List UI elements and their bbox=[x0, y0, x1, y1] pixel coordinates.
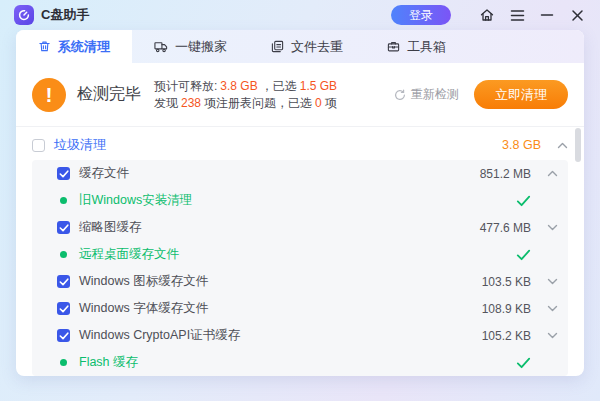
tab-label: 工具箱 bbox=[407, 38, 446, 56]
list-item[interactable]: 旧Windows安装清理 bbox=[32, 187, 568, 214]
tab-label: 文件去重 bbox=[291, 38, 343, 56]
tab-label: 系统清理 bbox=[58, 38, 110, 56]
item-size: 103.5 KB bbox=[482, 275, 531, 289]
group-row-junk-clean[interactable]: 垃圾清理 3.8 GB bbox=[32, 132, 568, 158]
clean-now-button[interactable]: 立即清理 bbox=[474, 80, 568, 109]
item-label: 缩略图缓存 bbox=[79, 219, 142, 236]
cleaned-dot-icon bbox=[57, 194, 70, 207]
tab-label: 一键搬家 bbox=[175, 38, 227, 56]
item-label: Flash 缓存 bbox=[79, 354, 138, 371]
item-label: Windows 图标缓存文件 bbox=[79, 273, 208, 290]
summary-actions: 重新检测 立即清理 bbox=[394, 80, 568, 109]
list-item[interactable]: Windows 图标缓存文件103.5 KB bbox=[32, 268, 568, 295]
item-size: 105.2 KB bbox=[482, 329, 531, 343]
releasable-size: 3.8 GB bbox=[220, 79, 257, 93]
duplicate-file-icon bbox=[271, 40, 284, 53]
item-checkbox[interactable] bbox=[57, 302, 70, 315]
item-checkbox[interactable] bbox=[57, 329, 70, 342]
item-checkbox[interactable] bbox=[57, 275, 70, 288]
done-check-icon bbox=[516, 195, 531, 207]
tab-file-dedupe[interactable]: 文件去重 bbox=[249, 30, 365, 63]
registry-selected: 0 bbox=[315, 96, 322, 110]
broom-clean-icon bbox=[38, 40, 51, 53]
app-window: C盘助手 登录 bbox=[0, 0, 600, 401]
tab-toolbox[interactable]: 工具箱 bbox=[365, 30, 468, 63]
selected-size: 1.5 GB bbox=[300, 79, 337, 93]
item-label: 远程桌面缓存文件 bbox=[79, 246, 179, 263]
releasable-line: 预计可释放:3.8 GB，已选1.5 GB bbox=[154, 78, 340, 95]
group-size: 3.8 GB bbox=[502, 138, 541, 152]
tab-one-click-move[interactable]: 一键搬家 bbox=[132, 30, 249, 63]
menu-icon[interactable] bbox=[508, 6, 526, 24]
cleanup-list: 垃圾清理 3.8 GB 缓存文件851.2 MB旧Windows安装清理缩略图缓… bbox=[16, 127, 584, 376]
chevron-down-icon[interactable] bbox=[546, 278, 558, 285]
app-logo-icon bbox=[14, 5, 34, 25]
list-item[interactable]: 缓存文件851.2 MB bbox=[32, 160, 568, 187]
list-item[interactable]: 远程桌面缓存文件 bbox=[32, 241, 568, 268]
toolbox-icon bbox=[387, 40, 400, 53]
group-checkbox[interactable] bbox=[32, 139, 45, 152]
truck-icon bbox=[154, 40, 168, 53]
list-item[interactable]: 缩略图缓存477.6 MB bbox=[32, 214, 568, 241]
registry-count: 238 bbox=[181, 96, 201, 110]
tab-system-clean[interactable]: 系统清理 bbox=[16, 30, 132, 63]
warning-icon: ! bbox=[32, 78, 66, 112]
item-label: 旧Windows安装清理 bbox=[79, 192, 192, 209]
done-check-icon bbox=[516, 357, 531, 369]
chevron-up-icon[interactable] bbox=[556, 142, 568, 149]
cleaned-dot-icon bbox=[57, 356, 70, 369]
group-label: 垃圾清理 bbox=[54, 136, 106, 154]
scan-status: 检测完毕 bbox=[77, 84, 141, 105]
done-check-icon bbox=[516, 249, 531, 261]
close-icon[interactable] bbox=[568, 6, 586, 24]
item-size: 851.2 MB bbox=[480, 167, 531, 181]
chevron-down-icon[interactable] bbox=[546, 305, 558, 312]
item-label: Windows CryptoAPI证书缓存 bbox=[79, 327, 240, 344]
scrollbar-thumb[interactable] bbox=[575, 128, 581, 162]
tab-bar: 系统清理 一键搬家 文件去重 bbox=[16, 30, 584, 63]
item-size: 108.9 KB bbox=[482, 302, 531, 316]
main-card: 系统清理 一键搬家 文件去重 bbox=[16, 30, 584, 376]
list-item[interactable]: Flash 缓存 bbox=[32, 349, 568, 376]
titlebar: C盘助手 登录 bbox=[0, 0, 600, 30]
list-item[interactable]: Windows 字体缓存文件108.9 KB bbox=[32, 295, 568, 322]
minimize-icon[interactable] bbox=[538, 6, 556, 24]
item-size: 477.6 MB bbox=[480, 221, 531, 235]
list-item[interactable]: Windows CryptoAPI证书缓存105.2 KB bbox=[32, 322, 568, 349]
recheck-label: 重新检测 bbox=[411, 86, 459, 103]
chevron-down-icon[interactable] bbox=[546, 224, 558, 231]
item-label: Windows 字体缓存文件 bbox=[79, 300, 208, 317]
item-checkbox[interactable] bbox=[57, 167, 70, 180]
refresh-icon bbox=[394, 89, 406, 101]
scan-summary: ! 检测完毕 预计可释放:3.8 GB，已选1.5 GB 发现238项注册表问题… bbox=[16, 63, 584, 127]
registry-line: 发现238项注册表问题，已选0项 bbox=[154, 95, 340, 112]
item-checkbox[interactable] bbox=[57, 221, 70, 234]
scan-details: 预计可释放:3.8 GB，已选1.5 GB 发现238项注册表问题，已选0项 bbox=[154, 78, 340, 112]
chevron-down-icon[interactable] bbox=[546, 332, 558, 339]
titlebar-controls: 登录 bbox=[391, 5, 586, 25]
recheck-button[interactable]: 重新检测 bbox=[394, 86, 459, 103]
item-label: 缓存文件 bbox=[79, 165, 129, 182]
app-title: C盘助手 bbox=[41, 6, 89, 24]
home-icon[interactable] bbox=[478, 6, 496, 24]
sub-list: 缓存文件851.2 MB旧Windows安装清理缩略图缓存477.6 MB远程桌… bbox=[32, 160, 568, 376]
chevron-up-icon[interactable] bbox=[546, 170, 558, 177]
cleaned-dot-icon bbox=[57, 248, 70, 261]
login-button[interactable]: 登录 bbox=[391, 5, 451, 25]
